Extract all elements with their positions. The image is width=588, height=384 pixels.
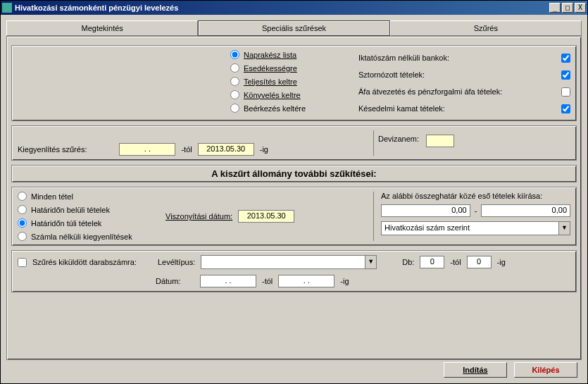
- sent-count-section: Szűrés kiküldött darabszámra: Levéltípus…: [11, 250, 577, 292]
- visz-date-input[interactable]: 2013.05.30: [238, 210, 294, 223]
- minimize-button[interactable]: _: [549, 3, 561, 13]
- ig-label-3: -ig: [340, 277, 349, 285]
- item-type-radios: Minden tétel Határidőn belüli tételek Ha…: [18, 192, 158, 241]
- ig-label-1: -ig: [260, 145, 268, 154]
- datum-to-input[interactable]: . .: [278, 275, 334, 287]
- deviza-input[interactable]: [426, 135, 454, 147]
- chk-label-sztorno: Sztornózott tételek:: [358, 70, 556, 79]
- sort-combo-text: Hivatkozási szám szerint: [382, 222, 558, 235]
- chk-sztorno[interactable]: [561, 70, 570, 80]
- datum-from-input[interactable]: . .: [200, 275, 256, 287]
- range-separator: -: [475, 206, 477, 215]
- chk-label-kesedelmi: Késedelmi kamat tételek:: [358, 104, 556, 113]
- chevron-down-icon[interactable]: ▼: [558, 222, 570, 235]
- kieg-to-input[interactable]: 2013.05.30: [198, 143, 254, 156]
- client-area: Megtekintés Speciális szűrések Szűrés Na…: [1, 15, 587, 383]
- visz-label: Viszonyítási dátum:: [165, 212, 232, 221]
- tab-strip: Megtekintés Speciális szűrések Szűrés: [6, 20, 582, 36]
- radio-konyveles[interactable]: Könyvelés keltre: [230, 90, 350, 99]
- radio-hataridon-belul[interactable]: Határidőn belüli tételek: [18, 205, 158, 214]
- spacer-left: [18, 50, 222, 116]
- chevron-down-icon[interactable]: ▼: [365, 256, 376, 268]
- checkbox-column: Iktatószám nélküli bankok: Sztornózott t…: [358, 50, 570, 116]
- amount-range-box: Az alábbi összeghatár közé eső tételek k…: [373, 192, 570, 241]
- range-to-input[interactable]: 0,00: [481, 204, 570, 217]
- app-icon: [2, 3, 12, 13]
- chk-row-iktatoszam: Iktatószám nélküli bankok:: [358, 50, 570, 66]
- tab-special-filters[interactable]: Speciális szűrések: [198, 20, 389, 36]
- range-from-input[interactable]: 0,00: [381, 204, 470, 217]
- db-to-input[interactable]: 0: [467, 256, 492, 268]
- start-button[interactable]: Indítás: [444, 362, 507, 378]
- leveltipus-label: Levéltípus:: [158, 258, 195, 266]
- tol-label-1: -tól: [181, 145, 192, 154]
- maximize-button[interactable]: □: [562, 3, 573, 13]
- narrowing-section: Minden tétel Határidőn belüli tételek Ha…: [11, 187, 577, 246]
- sent-count-row2: Dátum: . . -tól . . -ig: [18, 275, 570, 287]
- range-label: Az alábbi összeghatár közé eső tételek k…: [381, 192, 570, 200]
- chk-row-afa: Áfa átvezetés és pénzforgalmi áfa tétele…: [358, 84, 570, 99]
- ig-label-2: -ig: [497, 258, 506, 266]
- radio-beerkezes[interactable]: Beérkezés keltére: [230, 104, 350, 113]
- sent-count-row1: Szűrés kiküldött darabszámra: Levéltípus…: [18, 255, 570, 269]
- kieg-label: Kiegyenlítés szűrés:: [18, 145, 87, 154]
- szures-darabszam-label: Szűrés kiküldött darabszámra:: [32, 258, 152, 266]
- chk-label-afa: Áfa átvezetés és pénzforgalmi áfa tétele…: [358, 87, 556, 96]
- visz-date-group: Viszonyítási dátum: 2013.05.30: [165, 192, 294, 241]
- tab-view[interactable]: Megtekintés: [6, 20, 198, 36]
- radio-hataridon-tul[interactable]: Határidőn túli tételek: [18, 218, 158, 228]
- leveltipus-combo[interactable]: ▼: [201, 255, 377, 269]
- settlement-section: Kiegyenlítés szűrés: . . -tól 2013.05.30…: [11, 125, 577, 161]
- kieg-from-input[interactable]: . .: [119, 143, 175, 156]
- chk-szures-darabszam[interactable]: [18, 258, 27, 267]
- chk-label-iktatoszam: Iktatószám nélküli bankok:: [358, 54, 556, 62]
- chk-afa[interactable]: [561, 87, 570, 97]
- radio-teljesites[interactable]: Teljesítés keltre: [230, 77, 350, 86]
- radio-naprakesz[interactable]: Naprakész lista: [230, 50, 350, 59]
- radio-szamla-nelkuli[interactable]: Számla nélküli kiegyenlítések: [18, 232, 158, 241]
- leveltipus-combo-text: [201, 256, 365, 268]
- chk-row-sztorno: Sztornózott tételek:: [358, 67, 570, 82]
- chk-kesedelmi[interactable]: [561, 104, 570, 113]
- app-window: Hivatkozási számonkénti pénzügyi levelez…: [0, 0, 588, 384]
- deviza-label: Devizanem:: [378, 135, 419, 143]
- settlement-left: Kiegyenlítés szűrés: . . -tól 2013.05.30…: [18, 130, 373, 156]
- db-from-input[interactable]: 0: [420, 256, 444, 268]
- window-buttons: _ □ X: [549, 3, 586, 13]
- range-inputs: 0,00 - 0,00: [381, 204, 570, 217]
- tol-label-3: -tól: [262, 277, 273, 285]
- chk-iktatoszam[interactable]: [561, 54, 570, 63]
- list-type-radios: Naprakész lista Esedékességre Teljesítés…: [230, 50, 350, 116]
- db-label: Db:: [402, 258, 414, 266]
- tab-panel: Naprakész lista Esedékességre Teljesítés…: [6, 36, 582, 360]
- deviza-box: Devizanem:: [373, 130, 570, 156]
- radio-minden[interactable]: Minden tétel: [18, 192, 158, 201]
- chk-row-kesedelmi: Késedelmi kamat tételek:: [358, 101, 570, 116]
- tab-filter[interactable]: Szűrés: [390, 20, 582, 36]
- subsection-heading: A kiszűrt állomány további szűkítései:: [11, 165, 577, 182]
- window-title: Hivatkozási számonkénti pénzügyi levelez…: [15, 4, 549, 12]
- radio-esedekesseg[interactable]: Esedékességre: [230, 63, 350, 73]
- exit-button[interactable]: Kilépés: [514, 362, 577, 378]
- top-section: Naprakész lista Esedékességre Teljesítés…: [11, 45, 577, 121]
- footer-buttons: Indítás Kilépés: [444, 362, 577, 378]
- datum-label: Dátum:: [156, 277, 194, 285]
- titlebar: Hivatkozási számonkénti pénzügyi levelez…: [1, 1, 587, 15]
- tol-label-2: -tól: [450, 258, 461, 266]
- close-button[interactable]: X: [575, 3, 586, 13]
- sort-combo[interactable]: Hivatkozási szám szerint ▼: [381, 221, 570, 235]
